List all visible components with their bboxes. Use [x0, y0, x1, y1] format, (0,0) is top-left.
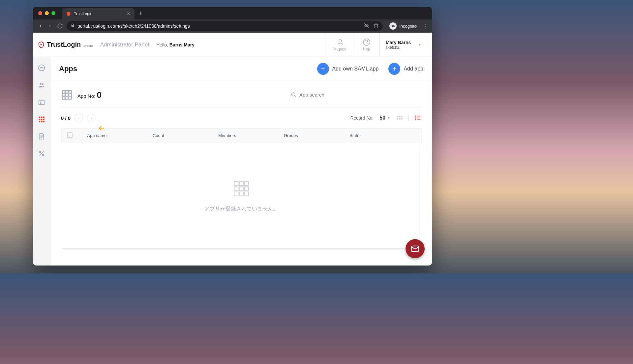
- svg-rect-32: [401, 116, 403, 118]
- svg-rect-46: [239, 186, 243, 190]
- browser-window: TrustLogin ✕ + portal.trustlogin.com/s/s…: [33, 7, 432, 266]
- svg-rect-10: [41, 117, 43, 118]
- svg-rect-42: [234, 182, 238, 185]
- apps-table: App name Count Members Groups Status アプリ…: [61, 128, 421, 249]
- record-no-select[interactable]: 50 ▼: [379, 115, 390, 121]
- svg-rect-16: [41, 121, 43, 123]
- url-text: portal.trustlogin.com/s/sketch2/241030/a…: [77, 23, 190, 29]
- svg-rect-48: [234, 192, 238, 196]
- app-header: TrustLogin byGMO Administrator Panel Hel…: [33, 33, 432, 57]
- brand-sub: byGMO: [83, 44, 93, 47]
- address-bar: portal.trustlogin.com/s/sketch2/241030/a…: [33, 19, 432, 33]
- brand-name: TrustLogin: [47, 41, 81, 48]
- svg-point-8: [40, 101, 41, 103]
- apps-grid-icon: [61, 89, 73, 101]
- svg-rect-25: [69, 94, 72, 96]
- url-field[interactable]: portal.trustlogin.com/s/sketch2/241030/a…: [67, 21, 383, 31]
- tab-title: TrustLogin: [74, 12, 124, 16]
- col-status[interactable]: Status: [349, 133, 415, 138]
- svg-rect-43: [239, 182, 243, 185]
- svg-point-29: [291, 93, 295, 96]
- summary-row: App No: 0: [61, 89, 421, 108]
- svg-point-6: [42, 83, 44, 85]
- svg-rect-14: [43, 119, 45, 120]
- forward-button[interactable]: [47, 23, 53, 29]
- search-input[interactable]: [299, 92, 420, 98]
- incognito-icon: [389, 22, 397, 30]
- minimize-window-icon[interactable]: [45, 11, 49, 15]
- lock-icon: [71, 23, 75, 29]
- greeting: Hello, Barns Mary: [156, 42, 195, 47]
- user-icon: [336, 38, 344, 46]
- close-window-icon[interactable]: [38, 11, 42, 15]
- browser-tab[interactable]: TrustLogin ✕: [62, 8, 135, 19]
- user-org: sketch2: [386, 45, 411, 50]
- sidebar-item-members[interactable]: [38, 81, 45, 89]
- tab-favicon-icon: [66, 11, 71, 16]
- sidebar: [33, 57, 50, 266]
- svg-rect-27: [66, 97, 68, 99]
- sidebar-item-apps[interactable]: [38, 116, 45, 123]
- col-count[interactable]: Count: [153, 133, 218, 138]
- titlebar: TrustLogin ✕ +: [33, 7, 432, 19]
- select-all-checkbox[interactable]: [67, 132, 73, 138]
- svg-rect-22: [69, 91, 72, 93]
- help-icon: [363, 38, 371, 46]
- app-content: TrustLogin byGMO Administrator Panel Hel…: [33, 33, 432, 266]
- table-header: App name Count Members Groups Status: [61, 128, 421, 143]
- col-groups[interactable]: Groups: [284, 133, 349, 138]
- mail-icon: [410, 244, 420, 253]
- pager-prev-button[interactable]: ‹: [75, 114, 83, 122]
- sidebar-item-settings[interactable]: [38, 150, 45, 157]
- sidebar-item-groups[interactable]: [38, 98, 45, 106]
- add-app-button[interactable]: + Add app: [388, 63, 423, 75]
- svg-rect-7: [39, 100, 45, 105]
- empty-text: アプリが登録されていません。: [204, 206, 278, 212]
- svg-point-5: [40, 83, 42, 85]
- eye-off-icon[interactable]: [364, 23, 369, 29]
- col-members[interactable]: Members: [218, 133, 284, 138]
- pager: 0 / 0 ‹ ›: [61, 114, 96, 122]
- record-no-label: Record No:: [350, 115, 374, 121]
- mypage-button[interactable]: My page: [327, 33, 353, 57]
- user-name: Mary Barns: [386, 40, 411, 45]
- chevron-down-icon: ▼: [387, 116, 390, 120]
- svg-rect-12: [39, 119, 41, 120]
- user-menu[interactable]: Mary Barns sketch2 ▼: [379, 33, 427, 57]
- sidebar-item-logs[interactable]: [38, 133, 45, 140]
- pager-next-button[interactable]: ›: [87, 114, 96, 122]
- controls-row: 0 / 0 ‹ › Record No: 50 ▼: [61, 108, 421, 128]
- browser-menu-button[interactable]: ⋮: [423, 23, 428, 29]
- close-tab-icon[interactable]: ✕: [127, 11, 131, 16]
- brand-logo[interactable]: TrustLogin byGMO: [38, 41, 93, 48]
- panel-label: Administrator Panel: [100, 42, 149, 48]
- svg-point-19: [43, 154, 44, 156]
- col-app-name[interactable]: App name: [87, 133, 153, 138]
- svg-point-36: [415, 116, 416, 117]
- star-icon[interactable]: [373, 23, 379, 29]
- grid-view-button[interactable]: [396, 114, 403, 122]
- reload-button[interactable]: [57, 23, 63, 29]
- help-button[interactable]: Help: [353, 33, 379, 57]
- new-tab-button[interactable]: +: [138, 10, 142, 17]
- add-saml-app-button[interactable]: + Add own SAML app: [317, 63, 379, 75]
- back-button[interactable]: [37, 23, 44, 29]
- svg-point-0: [392, 26, 393, 27]
- fullscreen-window-icon[interactable]: [51, 11, 55, 15]
- sidebar-item-dashboard[interactable]: [38, 64, 45, 71]
- chevron-down-icon: ▼: [418, 43, 421, 46]
- svg-rect-37: [417, 116, 420, 117]
- svg-rect-44: [244, 182, 248, 185]
- app-count: App No: 0: [77, 90, 102, 100]
- search-field[interactable]: [289, 90, 421, 100]
- incognito-label: Incognito: [399, 24, 417, 29]
- chat-button[interactable]: [406, 239, 425, 258]
- page-title: Apps: [59, 65, 77, 73]
- svg-rect-50: [244, 192, 248, 196]
- list-view-button[interactable]: [414, 114, 421, 122]
- svg-rect-17: [43, 121, 45, 123]
- svg-rect-11: [43, 117, 45, 118]
- empty-grid-icon: [232, 179, 251, 198]
- svg-point-18: [40, 152, 41, 153]
- svg-rect-45: [234, 186, 238, 190]
